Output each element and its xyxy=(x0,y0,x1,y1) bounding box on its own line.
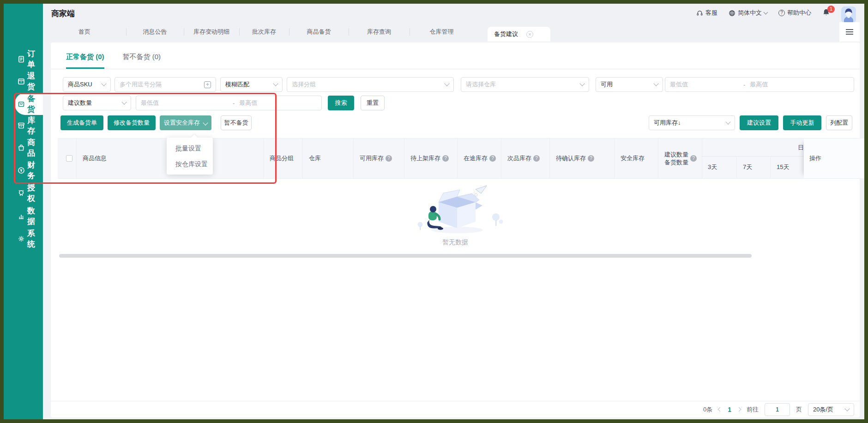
select-placeholder: 选择分组 xyxy=(292,80,316,89)
help-center-button[interactable]: 帮助中心 xyxy=(778,9,811,17)
sidebar-item-system[interactable]: 系统 xyxy=(4,229,43,248)
col-defective-stock: 次品库存 xyxy=(501,139,549,178)
col-operation-fixed: 操作 xyxy=(804,139,864,178)
sidebar-item-stocking[interactable]: 备货 xyxy=(4,94,43,114)
sidebar-item-data[interactable]: 数据 xyxy=(4,206,43,226)
subtab-paused-stocking[interactable]: 暂不备货 (0) xyxy=(123,53,161,69)
chevron-down-icon xyxy=(844,406,850,411)
tab-home[interactable]: 首页 xyxy=(43,22,126,42)
chevron-down-icon xyxy=(444,81,449,86)
sidebar-item-returns[interactable]: 退货 xyxy=(4,72,43,91)
range-dash: - xyxy=(233,100,235,107)
tab-stocking-suggestion-active[interactable]: 备货建议 xyxy=(488,27,550,42)
pagination-bar: 0条 1 前往 1 页 20条/页 xyxy=(51,401,860,417)
reset-button[interactable]: 重置 xyxy=(361,96,385,110)
generate-stocking-order-button[interactable]: 生成备货单 xyxy=(60,115,103,130)
user-avatar[interactable] xyxy=(841,6,856,23)
shopping-bag-icon xyxy=(18,144,25,151)
chevron-down-icon xyxy=(121,99,127,104)
button-label: 手动更新 xyxy=(790,119,814,127)
tab-inventory-changes[interactable]: 库存变动明细 xyxy=(184,22,239,42)
customer-service-label: 客服 xyxy=(705,9,717,17)
col-in-transit-stock: 在途库存 xyxy=(457,139,501,178)
suggestion-settings-button[interactable]: 建议设置 xyxy=(740,115,778,130)
col-7-days: 7天 xyxy=(736,156,770,178)
tab-inventory-query[interactable]: 库存查询 xyxy=(349,22,410,42)
modify-stocking-qty-button[interactable]: 修改备货数量 xyxy=(108,115,156,130)
tab-label: 商品备货 xyxy=(307,28,331,36)
sku-field-select[interactable]: 商品SKU xyxy=(63,77,111,92)
menu-item-batch-set[interactable]: 批量设置 xyxy=(167,140,213,156)
help-icon[interactable] xyxy=(489,155,496,162)
match-mode-select[interactable]: 模糊匹配 xyxy=(220,77,283,92)
finance-icon xyxy=(18,167,25,174)
col-15-days: 15天 xyxy=(770,156,804,178)
qty-range-input[interactable]: 最低值 - 最高值 xyxy=(136,96,322,110)
sidebar-item-label: 系统 xyxy=(27,228,43,249)
page-number-input[interactable]: 1 xyxy=(765,403,790,416)
orders-icon xyxy=(18,55,25,63)
top-header: 商家端 客服 简体中文 帮助中心 1 xyxy=(43,4,864,22)
sidebar-item-label: 库存 xyxy=(27,115,43,136)
help-icon[interactable] xyxy=(588,155,594,162)
help-icon[interactable] xyxy=(442,155,449,162)
prev-page-icon[interactable] xyxy=(718,407,723,412)
sidebar-item-authorization[interactable]: 授权 xyxy=(4,183,43,203)
subtab-normal-stocking[interactable]: 正常备货 (0) xyxy=(66,53,104,69)
language-selector[interactable]: 简体中文 xyxy=(729,9,767,17)
globe-icon xyxy=(729,10,735,17)
language-label: 简体中文 xyxy=(738,9,762,17)
sidebar: 订单 退货 备货 库存 商品 财务 xyxy=(4,4,43,419)
help-icon[interactable] xyxy=(690,155,697,162)
current-page[interactable]: 1 xyxy=(728,406,731,413)
stock-type-select[interactable]: 可用 xyxy=(596,77,663,92)
sidebar-item-products[interactable]: 商品 xyxy=(4,138,43,157)
tab-list-menu-button[interactable] xyxy=(839,22,860,42)
sidebar-item-finance[interactable]: 财务 xyxy=(4,161,43,180)
pause-stocking-button[interactable]: 暂不备货 xyxy=(221,115,252,130)
hamburger-icon xyxy=(846,29,853,30)
help-icon[interactable] xyxy=(533,155,540,162)
column-label: 仓库 xyxy=(309,154,321,163)
question-circle-icon xyxy=(778,10,785,16)
menu-item-set-by-warehouse[interactable]: 按仓库设置 xyxy=(167,156,213,172)
sidebar-item-label: 授权 xyxy=(27,182,43,204)
bar-chart-icon xyxy=(18,212,25,220)
close-tab-icon[interactable] xyxy=(526,31,533,38)
customer-service-button[interactable]: 客服 xyxy=(696,9,717,17)
select-placeholder: 请选择仓库 xyxy=(466,80,496,89)
sku-input[interactable]: 多个用逗号分隔 xyxy=(115,77,216,92)
tab-announcements[interactable]: 消息公告 xyxy=(126,22,184,42)
column-label: 可用库存 xyxy=(360,154,384,163)
next-page-icon[interactable] xyxy=(737,407,741,412)
qty-field-select[interactable]: 建议数量 xyxy=(63,96,131,110)
warehouse-select[interactable]: 请选择仓库 xyxy=(461,77,589,92)
sort-select[interactable]: 可用库存↓ xyxy=(649,115,735,130)
button-label: 修改备货数量 xyxy=(114,119,150,127)
horizontal-scrollbar[interactable] xyxy=(59,254,752,258)
sidebar-item-inventory[interactable]: 库存 xyxy=(4,116,43,135)
stock-range-input[interactable]: 最低值 - 最高值 xyxy=(665,77,854,92)
select-value: 可用 xyxy=(601,80,613,89)
group-select[interactable]: 选择分组 xyxy=(287,77,454,92)
manual-update-button[interactable]: 手动更新 xyxy=(783,115,821,130)
tab-warehouse-management[interactable]: 仓库管理 xyxy=(410,22,474,42)
help-icon[interactable] xyxy=(386,155,392,162)
select-value: 模糊匹配 xyxy=(225,80,249,89)
column-label: 在途库存 xyxy=(464,154,488,163)
plus-square-icon[interactable] xyxy=(204,81,211,88)
tab-product-stocking[interactable]: 商品备货 xyxy=(289,22,349,42)
set-safety-stock-button[interactable]: 设置安全库存 xyxy=(160,115,211,130)
page-size-select[interactable]: 20条/页 xyxy=(808,403,854,416)
notifications-button[interactable]: 1 xyxy=(822,8,830,18)
sidebar-item-orders[interactable]: 订单 xyxy=(4,49,43,69)
column-config-button[interactable]: 列配置 xyxy=(826,115,852,130)
col-suggested-qty: 建议数量 备货数量 xyxy=(658,139,702,178)
column-label: 待确认库存 xyxy=(556,154,586,163)
search-button[interactable]: 搜索 xyxy=(328,96,354,110)
column-label: 安全库存 xyxy=(621,154,645,163)
sidebar-item-label: 财务 xyxy=(27,160,43,181)
select-all-cell xyxy=(58,139,76,178)
tab-batch-inventory[interactable]: 批次库存 xyxy=(239,22,289,42)
select-all-checkbox[interactable] xyxy=(66,155,72,162)
